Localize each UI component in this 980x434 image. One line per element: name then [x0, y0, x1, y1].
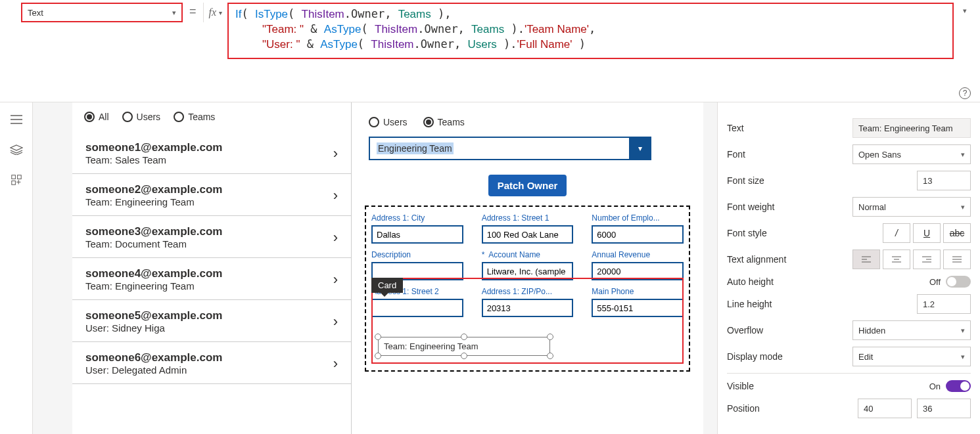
toggle-autoheight[interactable]: [946, 276, 971, 288]
prop-fontstyle: / U abc: [883, 223, 971, 243]
properties-pane: TextTeam: Engineering Team FontOpen Sans…: [717, 102, 980, 434]
gallery-item[interactable]: someone2@example.comTeam: Engineering Te…: [72, 174, 351, 216]
formula-input[interactable]: If( IsType( ThisItem.Owner, Teams ), "Te…: [227, 3, 954, 59]
field-employees: Number of Emplo...: [592, 213, 684, 244]
radio-users[interactable]: Users: [122, 112, 161, 122]
patch-owner-button[interactable]: Patch Owner: [488, 175, 567, 196]
gallery-item[interactable]: someone5@example.comUser: Sidney Higa›: [72, 300, 351, 342]
field-street1: Address 1: Street 1: [482, 213, 574, 244]
app-screen: All Users Teams someone1@example.comTeam…: [72, 102, 703, 434]
prop-align: [852, 250, 971, 269]
prop-fontsize[interactable]: 13: [917, 171, 971, 190]
radio-teams[interactable]: Teams: [174, 112, 215, 122]
formula-bar: Text ▾ = fx ▾ If( IsType( ThisItem.Owner…: [0, 0, 980, 102]
gallery-item[interactable]: someone6@example.comUser: Delegated Admi…: [72, 342, 351, 384]
field-revenue: Annual Revenue: [592, 250, 684, 280]
prop-displaymode[interactable]: Edit▾: [852, 347, 971, 366]
field-description: Description: [371, 250, 463, 280]
chevron-right-icon: ›: [333, 355, 338, 372]
field-city: Address 1: City: [371, 213, 463, 244]
gallery: All Users Teams someone1@example.comTeam…: [72, 102, 352, 434]
input-employees[interactable]: [592, 225, 684, 244]
form-card-container: Address 1: City Address 1: Street 1 Numb…: [365, 206, 690, 372]
prop-position-x[interactable]: 40: [858, 399, 912, 418]
chevron-right-icon: ›: [333, 187, 338, 204]
align-justify-button[interactable]: [943, 250, 971, 269]
form-pane: Format text Remove formatting Users Team…: [352, 102, 703, 434]
owner-type-radio: Users Teams: [369, 117, 690, 127]
chevron-right-icon: ›: [333, 229, 338, 246]
input-city[interactable]: [371, 225, 463, 244]
radio-all[interactable]: All: [84, 112, 109, 122]
selected-card[interactable]: Card Team: Engineering Team: [371, 278, 684, 364]
prop-font[interactable]: Open Sans▾: [852, 144, 971, 164]
align-right-button[interactable]: [913, 250, 941, 269]
components-icon[interactable]: [10, 175, 23, 185]
radio-owner-users[interactable]: Users: [369, 117, 408, 127]
chevron-right-icon: ›: [333, 145, 338, 162]
help-icon[interactable]: ?: [959, 87, 971, 99]
radio-owner-teams[interactable]: Teams: [423, 117, 465, 127]
property-dropdown-value: Text: [28, 8, 43, 18]
prop-lineheight[interactable]: 1.2: [917, 294, 971, 314]
align-center-button[interactable]: [883, 250, 910, 269]
layers-icon[interactable]: [10, 144, 23, 155]
fx-icon: fx: [209, 7, 217, 18]
strike-button[interactable]: abc: [943, 223, 971, 243]
gallery-item[interactable]: someone3@example.comTeam: Document Team›: [72, 216, 351, 258]
combobox-value: Engineering Team: [377, 142, 454, 154]
italic-button[interactable]: /: [883, 223, 910, 243]
chevron-down-icon: ▾: [219, 9, 222, 16]
toggle-visible[interactable]: [946, 380, 971, 392]
chevron-right-icon: ›: [333, 271, 338, 288]
prop-overflow[interactable]: Hidden▾: [852, 320, 971, 340]
fx-button[interactable]: fx ▾: [203, 3, 228, 22]
field-account-name: * Account Name: [482, 250, 574, 280]
underline-button[interactable]: U: [913, 223, 941, 243]
prop-position-y[interactable]: 36: [917, 399, 971, 418]
equals-icon: =: [189, 3, 197, 18]
left-rail: [0, 102, 33, 434]
gallery-item[interactable]: someone1@example.comTeam: Sales Team›: [72, 132, 351, 174]
card-text-value: Team: Engineering Team: [384, 341, 478, 351]
team-combobox[interactable]: Engineering Team ▾: [369, 137, 651, 160]
prop-fontweight[interactable]: Normal▾: [852, 197, 971, 217]
gallery-item[interactable]: someone4@example.comTeam: Engineering Te…: [72, 258, 351, 300]
chevron-down-icon: ▾: [172, 9, 176, 17]
chevron-down-icon: ▾: [629, 137, 651, 160]
gallery-filter-radio: All Users Teams: [72, 102, 351, 132]
chevron-down-icon[interactable]: ▾: [963, 7, 967, 15]
align-left-button[interactable]: [852, 250, 880, 269]
selection-handles[interactable]: Team: Engineering Team: [378, 337, 550, 356]
canvas: All Users Teams someone1@example.comTeam…: [33, 102, 717, 434]
chevron-right-icon: ›: [333, 313, 338, 330]
card-tooltip: Card: [371, 278, 403, 293]
property-dropdown[interactable]: Text ▾: [21, 3, 183, 22]
hamburger-icon[interactable]: [10, 114, 23, 125]
prop-text[interactable]: Team: Engineering Team: [852, 118, 971, 138]
input-street1[interactable]: [482, 225, 574, 244]
